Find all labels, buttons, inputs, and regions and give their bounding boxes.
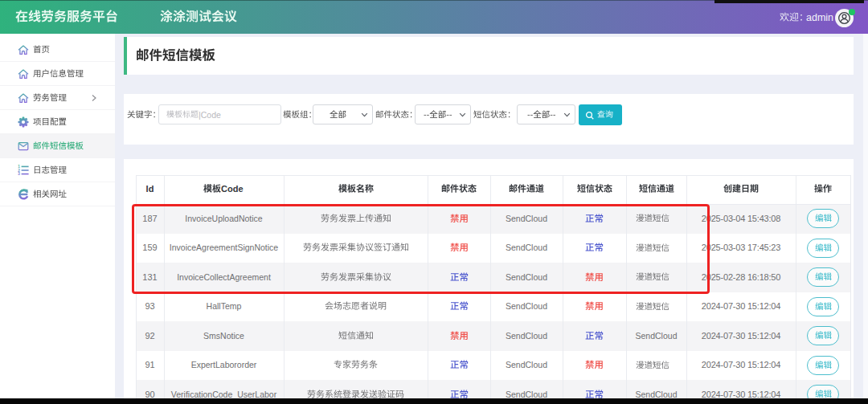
svg-text:3: 3	[18, 172, 20, 176]
